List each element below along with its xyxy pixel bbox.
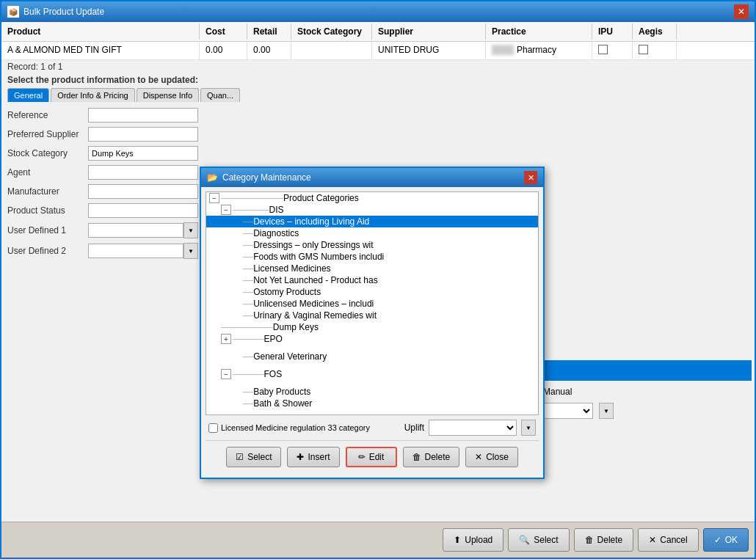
tree-node-dump-keys[interactable]: ────────── Dump Keys: [206, 321, 538, 333]
delete-button[interactable]: 🗑 Delete: [403, 447, 460, 467]
col-header-product: Product: [1, 23, 200, 40]
ipu-checkbox[interactable]: [598, 45, 608, 54]
label-manufacturer: Manufacturer: [7, 186, 88, 197]
tree-label-baby-products: Baby Products: [253, 387, 310, 397]
input-stock-category[interactable]: [88, 146, 198, 161]
tree-label-dis: DIS: [269, 205, 284, 215]
tab-quantity[interactable]: Quan...: [200, 88, 240, 102]
tree-label-not-yet-launched: Not Yet Launched - Product has: [253, 275, 377, 285]
form-row-stock-category: Stock Category: [7, 146, 749, 161]
bottom-toolbar: ⬆ Upload 🔍 Select 🗑 Delete ✕ Cancel ✓ OK: [1, 522, 755, 558]
tree-node-fos[interactable]: − ────── FOS: [206, 368, 538, 380]
tree-label-general-vet: General Veterinary: [253, 351, 327, 362]
label-stock-category: Stock Category: [7, 148, 88, 158]
tree-label-bath-shower: Bath & Shower: [253, 398, 312, 409]
input-preferred-supplier[interactable]: [88, 127, 198, 142]
tree-label-epo: EPO: [264, 334, 283, 344]
practice-name: Pharmacy: [517, 45, 556, 55]
close-dialog-button[interactable]: ✕ Close: [465, 447, 518, 467]
licensed-medicine-checkbox[interactable]: [208, 423, 218, 433]
tree-node-urinary[interactable]: ── Urinary & Vaginal Remedies wit: [206, 310, 538, 321]
tree-toggle-dis[interactable]: −: [221, 205, 231, 215]
col-header-stock-category: Stock Category: [291, 23, 372, 40]
select-toolbar-button[interactable]: 🔍 Select: [508, 528, 569, 552]
tree-node-not-yet-launched[interactable]: ── Not Yet Launched - Product has: [206, 274, 538, 286]
select-info: Select the product information to be upd…: [7, 75, 198, 85]
tree-node-bath-shower[interactable]: ── Bath & Shower: [206, 398, 538, 409]
ok-button[interactable]: ✓ OK: [703, 528, 749, 552]
edit-button[interactable]: ✏ Edit: [346, 447, 397, 467]
upload-button[interactable]: ⬆ Upload: [443, 528, 504, 552]
tree-label-unlicensed: Unlicensed Medicines – includi: [253, 299, 374, 309]
tree-node-epo[interactable]: + ────── EPO: [206, 333, 538, 345]
insert-button[interactable]: ✚ Insert: [287, 447, 339, 467]
window-title: Bulk Product Update: [23, 7, 104, 17]
title-bar: 📦 Bulk Product Update ✕: [1, 1, 755, 22]
tree-label-urinary: Urinary & Vaginal Remedies wit: [253, 310, 377, 321]
select-icon: ☑: [236, 452, 244, 462]
col-header-practice: Practice: [486, 23, 592, 40]
select-button[interactable]: ☑ Select: [226, 447, 281, 467]
uplift-dropdown-icon[interactable]: ▼: [521, 420, 536, 436]
table-row[interactable]: A & ALMOND MED TIN GIFT 0.00 0.00 UNITED…: [1, 42, 755, 60]
dropdown-seasonal-icon[interactable]: ▼: [599, 403, 614, 419]
licensed-medicine-label[interactable]: Licensed Medicine regulation 33 category: [208, 423, 370, 433]
label-product-status: Product Status: [7, 205, 88, 216]
dropdown-user-defined-1[interactable]: ▼: [183, 222, 198, 238]
input-manufacturer[interactable]: [88, 184, 198, 199]
tree-toggle-epo[interactable]: +: [221, 334, 231, 344]
uplift-container: Uplift ▼: [404, 420, 536, 436]
delete-toolbar-icon: 🗑: [585, 535, 594, 545]
tree-node-unlicensed[interactable]: ── Unlicensed Medicines – includi: [206, 298, 538, 310]
cell-retail: 0.00: [247, 42, 291, 59]
uplift-select[interactable]: [429, 420, 517, 436]
practice-blurred-logo: [492, 45, 514, 55]
tree-toggle-fos[interactable]: −: [221, 369, 231, 379]
uplift-text: Uplift: [404, 423, 424, 433]
delete-toolbar-button[interactable]: 🗑 Delete: [574, 528, 634, 552]
input-user-defined-1[interactable]: [88, 223, 183, 238]
tree-node-diagnostics[interactable]: ── Diagnostics: [206, 227, 538, 239]
app-icon: 📦: [7, 6, 19, 18]
col-header-cost: Cost: [200, 23, 247, 40]
tree-toggle-root[interactable]: −: [209, 193, 219, 203]
tree-node-foods[interactable]: ── Foods with GMS Numbers includi: [206, 251, 538, 263]
cell-cost: 0.00: [200, 42, 247, 59]
select-bar: Select the product information to be upd…: [1, 73, 755, 87]
aegis-checkbox[interactable]: [639, 45, 648, 54]
radio-manual-label: Manual: [543, 387, 572, 397]
col-header-retail: Retail: [247, 23, 291, 40]
input-agent[interactable]: [88, 165, 198, 180]
dialog-title-text: Category Maintenance: [222, 172, 311, 183]
cancel-icon: ✕: [649, 535, 656, 545]
tab-dispense-info[interactable]: Dispense Info: [137, 88, 199, 102]
input-reference[interactable]: [88, 108, 198, 123]
tree-label-dump-keys: Dump Keys: [273, 322, 319, 332]
dropdown-user-defined-2[interactable]: ▼: [183, 243, 198, 259]
edit-icon: ✏: [358, 452, 366, 462]
cancel-button[interactable]: ✕ Cancel: [638, 528, 698, 552]
tree-node-baby-products[interactable]: ── Baby Products: [206, 386, 538, 398]
tree-node-devices[interactable]: ── Devices – including Living Aid: [206, 216, 538, 227]
dialog-body: − ──────────── Product Categories − ────…: [201, 187, 543, 478]
label-reference: Reference: [7, 110, 88, 120]
dialog-close-button[interactable]: ✕: [524, 171, 537, 184]
form-row-preferred-supplier: Preferred Supplier: [7, 127, 749, 142]
tree-node-licensed-medicines[interactable]: ── Licensed Medicines: [206, 263, 538, 274]
close-button[interactable]: ✕: [734, 4, 749, 19]
tree-node-ostomy[interactable]: ── Ostomy Products: [206, 286, 538, 298]
tab-general[interactable]: General: [7, 88, 49, 102]
col-header-supplier: Supplier: [372, 23, 486, 40]
tree-label-diagnostics: Diagnostics: [253, 228, 299, 238]
tree-node-dis[interactable]: − ─────── DIS: [206, 204, 538, 216]
cell-aegis: [633, 42, 677, 59]
tree-node-general-vet[interactable]: ── General Veterinary: [206, 351, 538, 362]
tree-label-devices: Devices – including Living Aid: [253, 216, 369, 227]
category-tree[interactable]: − ──────────── Product Categories − ────…: [206, 191, 539, 415]
tree-node-root[interactable]: − ──────────── Product Categories: [206, 192, 538, 204]
input-user-defined-2[interactable]: [88, 244, 183, 258]
input-product-status[interactable]: [88, 203, 198, 218]
tab-order-info[interactable]: Order Info & Pricing: [51, 88, 135, 102]
licensed-medicine-text: Licensed Medicine regulation 33 category: [221, 423, 370, 432]
tree-node-dressings[interactable]: ── Dressings – only Dressings wit: [206, 239, 538, 251]
